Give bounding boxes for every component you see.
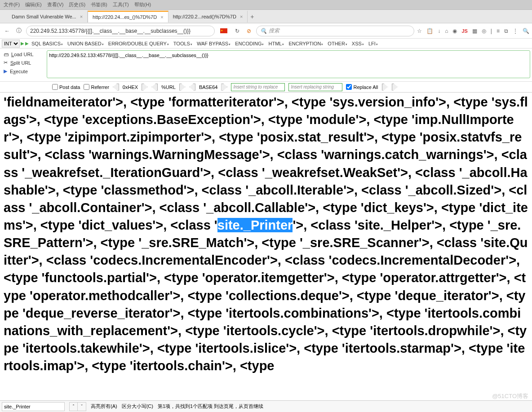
info-icon[interactable]: ⓘ [14,27,23,35]
cookie-icon[interactable]: ◉ [452,28,457,34]
page-content: 'fieldnameiterator'>, <type 'formatterit… [0,93,532,389]
tab-2-label: http://220.2...read()%7D%7D [173,14,236,19]
replace-to-input[interactable]: Insert replacing string [288,83,342,91]
hackbar-url-wrap: http://220.249.52.133:45778/{{[].__class… [45,49,532,81]
library-icon[interactable]: 📋 [426,28,433,34]
noscript-icon[interactable]: ⊘ [244,27,253,35]
menu-encoding[interactable]: ENCODING [233,41,266,46]
execute-button[interactable]: ▶Execute [2,67,43,75]
encoding-select[interactable]: INT [2,40,20,48]
menu-bookmark[interactable]: 书签(B) [89,0,109,9]
menu-union-based[interactable]: UNION BASED [66,41,106,46]
find-input[interactable] [2,402,65,411]
search-icon: 🔍 [260,28,267,34]
highlight-all-button[interactable]: 高亮所有(A) [91,403,117,410]
tab-bar: Damn Small Vulnerable We...× http://220.… [0,10,532,23]
menu-sql-basics[interactable]: SQL BASICS [30,41,65,46]
url-right-button[interactable] [179,84,186,91]
tab-2[interactable]: http://220.2...read()%7D%7D× [168,11,248,22]
menu-file[interactable]: 文件(F) [2,0,22,9]
urlenc-label: %URL [161,84,176,90]
toolbar-right: ☆ 📋 ↓ ⌂ ◉ JS ▦ ◎ | ≡ ⧉ ⋮ 🔍 [417,28,529,34]
menu-history[interactable]: 历史(S) [67,0,87,9]
search-input[interactable]: 🔍 搜索 [256,26,414,36]
postdata-checkbox[interactable]: Post data [52,84,80,90]
find-icon[interactable]: 🔍 [523,28,529,34]
replace-go-button[interactable] [382,84,388,91]
home-icon[interactable]: ⌂ [445,28,448,34]
replace-from-input[interactable]: Insert string to replace [231,83,285,91]
find-prev-button[interactable]: ˆ [70,403,78,411]
find-bar: ˆ ˇ 高亮所有(A) 区分大小写(C) 第1项，共找到1个匹配项 到达页尾，从… [0,400,532,412]
bookmark-star-icon[interactable]: ☆ [417,28,422,34]
replace-go2-button[interactable] [392,84,398,91]
close-icon[interactable]: × [240,14,243,19]
css-icon[interactable]: ▦ [472,28,477,34]
hackbar-tools: Post data Referrer 0xHEX %URL BASE64 Ins… [0,82,532,93]
close-icon[interactable]: × [160,14,163,20]
menu-error-query[interactable]: ERROR/DOUBLE QUERY [106,41,171,46]
window-icon[interactable]: ⧉ [504,28,508,34]
hex-label: 0xHEX [123,84,138,90]
content-highlight: site._Printer [217,218,293,232]
hackbar-main: 🗃Load URL ✂Split URL ▶Execute http://220… [0,49,532,82]
js-toggle-icon[interactable]: JS [461,28,467,34]
hex-left-button[interactable] [113,84,119,91]
address-bar: ← ⓘ 220.249.52.133:45778/{{[].__class__.… [0,23,532,39]
play2-icon[interactable]: ▶ [25,41,29,46]
load-url-button[interactable]: 🗃Load URL [2,50,43,58]
tab-0-label: Damn Small Vulnerable We... [12,14,76,19]
new-tab-button[interactable]: + [250,13,254,20]
match-case-button[interactable]: 区分大小写(C) [122,403,153,410]
menu-other[interactable]: OTHER [326,41,349,46]
tab-0[interactable]: Damn Small Vulnerable We...× [7,11,88,22]
content-post: '>, <class 'site._Helper'>, <type '_sre.… [4,218,528,373]
hackbar-menu: INT ▶ ▶ SQL BASICS UNION BASED ERROR/DOU… [0,39,532,49]
url-left-button[interactable] [151,84,158,91]
menu-help[interactable]: 帮助(H) [133,0,153,9]
more-icon[interactable]: ⋮ [513,28,518,34]
content-pre: 'fieldnameiterator'>, <type 'formatterit… [4,95,528,232]
referrer-checkbox[interactable]: Referrer [84,84,109,90]
hex-right-button[interactable] [142,84,148,91]
close-icon[interactable]: × [80,14,83,19]
find-nav: ˆ ˇ [69,402,86,411]
b64-left-button[interactable] [189,84,195,91]
replace-all-checkbox[interactable]: Replace All [346,84,378,90]
play-icon[interactable]: ▶ [21,41,24,46]
back-button[interactable]: ← [3,27,12,35]
b64-right-button[interactable] [221,84,227,91]
flag-icon [220,28,227,33]
menu-html[interactable]: HTML [266,41,286,46]
b64-label: BASE64 [199,84,218,90]
run-icon: ▶ [4,68,7,74]
menu-waf-bypass[interactable]: WAF BYPASS [195,41,232,46]
find-next-button[interactable]: ˇ [78,403,86,411]
target-icon[interactable]: ◎ [482,28,486,34]
menu-lfi[interactable]: LFI [367,41,380,46]
search-placeholder: 搜索 [269,27,279,35]
db-icon: 🗃 [4,52,9,57]
tab-1[interactable]: http://220.24...es_()%7D%7D× [88,11,168,22]
menu-xss[interactable]: XSS [350,41,366,46]
scissors-icon: ✂ [4,60,8,66]
reload-button[interactable]: ↻ [233,27,242,35]
watermark: @51CTO博客 [492,392,528,400]
hackbar-actions: 🗃Load URL ✂Split URL ▶Execute [0,49,45,81]
menu-tools[interactable]: TOOLS [172,41,194,46]
split-url-button[interactable]: ✂Split URL [2,58,43,67]
divider-icon: | [491,28,492,34]
url-input[interactable]: 220.249.52.133:45778/{{[].__class__.__ba… [26,26,215,36]
hackbar-url-input[interactable]: http://220.249.52.133:45778/{{[].__class… [47,50,530,78]
url-text: 220.249.52.133:45778/{{[].__class__.__ba… [30,28,191,34]
menu-bar: 文件(F) 编辑(E) 查看(V) 历史(S) 书签(B) 工具(T) 帮助(H… [0,0,532,10]
menu-tools[interactable]: 工具(T) [111,0,131,9]
download-icon[interactable]: ↓ [438,28,440,34]
tab-1-label: http://220.24...es_()%7D%7D [93,14,157,20]
menu-view[interactable]: 查看(V) [45,0,66,9]
find-status: 第1项，共找到1个匹配项 到达页尾，从页首继续 [158,403,263,410]
menu-encryption[interactable]: ENCRYPTION [287,41,325,46]
menu-icon[interactable]: ≡ [497,28,500,34]
menu-edit[interactable]: 编辑(E) [23,0,44,9]
